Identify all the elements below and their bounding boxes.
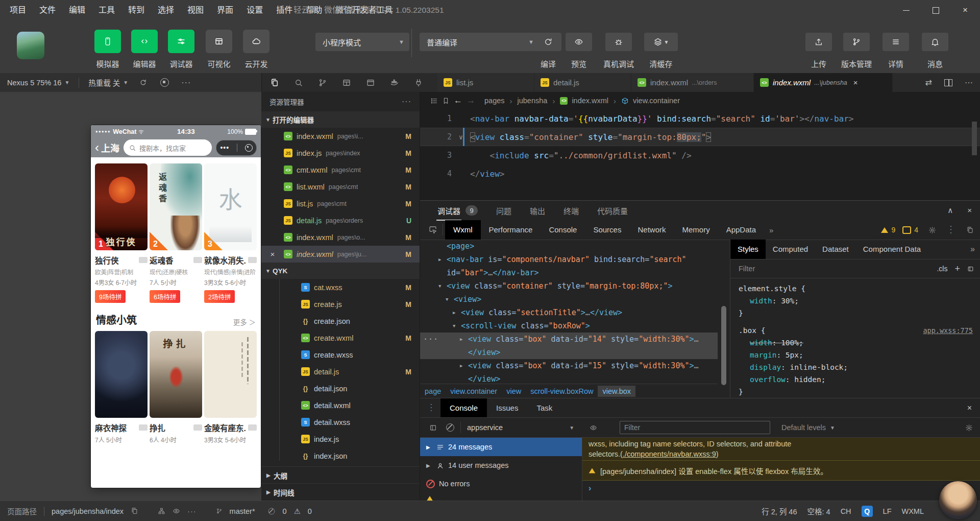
- breadcrumb-node[interactable]: view.container: [633, 97, 680, 105]
- eol-indicator[interactable]: LF: [883, 507, 892, 515]
- more-link[interactable]: 更多 ＞: [233, 317, 256, 327]
- split-editor-icon[interactable]: [944, 79, 952, 86]
- panel-tab[interactable]: 问题: [496, 205, 511, 216]
- search-input[interactable]: 搜剧本，找店家: [124, 139, 212, 156]
- drama-card[interactable]: 独行侠1独行侠欧美|阵营|机制4男3女 6-7小时9场待拼: [95, 163, 148, 303]
- editor-button[interactable]: [131, 30, 158, 53]
- css-rule[interactable]: element.style {width: 30%;}: [739, 282, 980, 319]
- kebab-menu-icon[interactable]: ···: [947, 225, 956, 235]
- breadcrumb-pages[interactable]: pages: [484, 97, 505, 105]
- phone-simulator[interactable]: ●●●●● WeChat 14:33 100% ‹ 上海 搜剧本，找店家 •••: [91, 125, 261, 488]
- dom-crumb[interactable]: view: [502, 386, 526, 397]
- devtools-tab-console[interactable]: Console: [541, 220, 585, 240]
- panel-tab[interactable]: 输出: [530, 205, 545, 216]
- code-lines[interactable]: 1<nav-bar navbar-data='{{nvabarData}}' b…: [420, 109, 980, 183]
- outline-section[interactable]: ▶ 大纲: [261, 466, 420, 484]
- ime-language[interactable]: CH: [841, 507, 851, 515]
- git-branch-icon[interactable]: [318, 78, 327, 87]
- expand-icon[interactable]: ▼: [438, 283, 447, 289]
- file-row[interactable]: {}create.json: [261, 313, 420, 329]
- back-icon[interactable]: ←: [454, 96, 462, 106]
- files-copy-icon[interactable]: [270, 78, 279, 87]
- close-panel-icon[interactable]: ×: [967, 206, 972, 215]
- expand-icon[interactable]: ▶: [426, 463, 432, 468]
- more-icon[interactable]: ···: [187, 507, 197, 515]
- breadcrumb-file[interactable]: index.wxml: [572, 97, 608, 105]
- dom-tree-row[interactable]: ▼<view class="container" style="margin-t…: [420, 279, 718, 293]
- git-branch-label[interactable]: master*: [230, 507, 255, 515]
- visualize-button[interactable]: [206, 30, 232, 53]
- dom-tree-row[interactable]: ▼<scroll-view class="boxRow">: [420, 319, 718, 333]
- add-rule-icon[interactable]: +: [954, 264, 960, 274]
- console-warning-message[interactable]: [pages/jubensha/index] 设置 enable-flex 属性…: [582, 461, 980, 481]
- error-count[interactable]: 0: [283, 507, 287, 515]
- eye-icon[interactable]: [590, 424, 597, 432]
- file-row[interactable]: JScreate.jsM: [261, 296, 420, 313]
- devtools-tab-performance[interactable]: Performance: [481, 220, 541, 240]
- back-icon[interactable]: ‹: [95, 141, 99, 154]
- css-rule[interactable]: .box {app.wxss:775width: 100%;margin: 5p…: [739, 324, 980, 398]
- code-line[interactable]: 1<nav-bar navbar-data='{{nvabarData}}' b…: [420, 109, 980, 128]
- console-settings-icon[interactable]: [965, 424, 973, 432]
- menu-item[interactable]: 转到: [121, 0, 151, 20]
- file-row[interactable]: JSdetail.jsM: [261, 363, 420, 380]
- bookmark-icon[interactable]: [442, 97, 450, 105]
- code-line[interactable]: 4</view>: [420, 164, 980, 183]
- css-property[interactable]: width: 30%;: [739, 295, 980, 307]
- more-icon[interactable]: ···: [965, 78, 973, 87]
- file-row[interactable]: JSdetail.jspages\ordersU: [261, 212, 420, 229]
- copy-icon[interactable]: [131, 507, 138, 515]
- style-source-link[interactable]: app.wxss:775: [923, 324, 973, 337]
- tab-close-icon[interactable]: ×: [853, 78, 858, 87]
- console-tab-console[interactable]: Console: [440, 398, 487, 417]
- console-prompt[interactable]: ›: [582, 481, 980, 496]
- project-section[interactable]: ▼ QYK: [261, 263, 420, 279]
- file-row[interactable]: Sdetail.wxss: [261, 414, 420, 431]
- file-row[interactable]: Scat.wxssM: [261, 279, 420, 296]
- ime-icon[interactable]: Q: [862, 506, 873, 517]
- user-avatar[interactable]: [939, 481, 977, 519]
- editor-tab[interactable]: JSlist.js: [437, 73, 534, 92]
- device-select[interactable]: Nexus 5 75% 16: [7, 79, 61, 87]
- file-row[interactable]: <>cmt.wxmlpages\cmtM: [261, 161, 420, 178]
- refresh-icon[interactable]: [139, 79, 147, 86]
- console-sidebar-icon[interactable]: [429, 424, 437, 432]
- expand-icon[interactable]: ▶: [460, 337, 468, 342]
- file-row[interactable]: {}detail.json: [261, 380, 420, 397]
- dom-tree-row[interactable]: <page>: [420, 240, 718, 253]
- expand-icon[interactable]: ▼: [453, 323, 461, 328]
- clear-console-icon[interactable]: [446, 423, 454, 432]
- console-group-row[interactable]: No errors: [420, 475, 582, 493]
- version-control-button[interactable]: [843, 33, 870, 51]
- upload-button[interactable]: [805, 33, 832, 51]
- dom-tree-row[interactable]: ▼<view>: [420, 293, 718, 306]
- cloud-dev-button[interactable]: [243, 30, 270, 53]
- expand-icon[interactable]: ▶: [438, 257, 447, 262]
- file-row[interactable]: JSindex.jspages\indexM: [261, 145, 420, 161]
- console-warning-message[interactable]: wxss, including tag name selectors, ID s…: [582, 438, 980, 461]
- styles-tab[interactable]: Styles: [730, 240, 766, 259]
- compile-mode-select[interactable]: 普通编译▼: [420, 33, 539, 51]
- stop-icon[interactable]: [160, 78, 169, 87]
- file-row[interactable]: <>detail.wxml: [261, 397, 420, 414]
- devtools-tab-memory[interactable]: Memory: [674, 220, 718, 240]
- more-tabs-icon[interactable]: »: [970, 245, 975, 254]
- file-row[interactable]: JSlist.jspages\cmtM: [261, 195, 420, 212]
- console-group-row[interactable]: ▶14 user messages: [420, 456, 582, 475]
- project-avatar[interactable]: [17, 32, 44, 59]
- search-icon[interactable]: [294, 78, 303, 87]
- cls-toggle[interactable]: .cls: [937, 265, 947, 273]
- style-rules[interactable]: element.style {width: 30%;}.box {app.wxs…: [730, 278, 980, 398]
- menu-item[interactable]: 编辑: [62, 0, 92, 20]
- compile-button[interactable]: [535, 33, 561, 51]
- outline-icon[interactable]: [430, 97, 438, 105]
- breadcrumb-dir[interactable]: jubensha: [518, 97, 548, 105]
- cursor-position[interactable]: 行 2, 列 46: [762, 506, 797, 516]
- dom-crumb[interactable]: view.box: [598, 386, 635, 397]
- more-icon[interactable]: ···: [181, 78, 191, 87]
- css-property[interactable]: width: 100%;: [739, 337, 980, 349]
- eye-icon[interactable]: [173, 507, 180, 515]
- menu-item[interactable]: 选择: [151, 0, 181, 20]
- open-editors-section[interactable]: ▼ 打开的编辑器: [261, 111, 420, 128]
- css-property[interactable]: display: inline-block;: [739, 361, 980, 373]
